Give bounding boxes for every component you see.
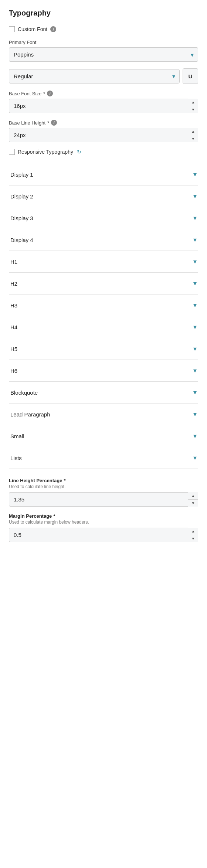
accordion-h3-label: H3 bbox=[10, 302, 17, 309]
margin-percentage-up-button[interactable]: ▲ bbox=[188, 528, 198, 535]
accordion-blockquote-arrow: ▾ bbox=[193, 388, 197, 396]
base-line-height-up-button[interactable]: ▲ bbox=[188, 128, 198, 135]
accordion-display4-label: Display 4 bbox=[10, 237, 33, 243]
accordion-h1: H1 ▾ bbox=[9, 251, 198, 273]
accordion-h6: H6 ▾ bbox=[9, 360, 198, 382]
base-font-size-spinner-btns: ▲ ▼ bbox=[188, 99, 198, 113]
accordion-h1-label: H1 bbox=[10, 259, 17, 265]
accordion-h2-header[interactable]: H2 ▾ bbox=[9, 273, 198, 294]
accordion-lists-label: Lists bbox=[10, 455, 22, 461]
accordion-h5: H5 ▾ bbox=[9, 338, 198, 360]
line-height-percentage-up-button[interactable]: ▲ bbox=[188, 492, 198, 500]
base-font-size-group: Base Font Size * i ▲ ▼ bbox=[9, 91, 198, 113]
base-line-height-spinner: ▲ ▼ bbox=[9, 128, 198, 142]
accordion-display2: Display 2 ▾ bbox=[9, 185, 198, 207]
base-line-height-up-icon: ▲ bbox=[191, 129, 195, 133]
font-style-select[interactable]: Regular Bold Italic Light Medium bbox=[9, 69, 180, 84]
line-height-percentage-up-icon: ▲ bbox=[191, 494, 195, 498]
accordion-lists: Lists ▾ bbox=[9, 447, 198, 469]
custom-font-label: Custom Font bbox=[18, 26, 47, 32]
primary-font-group: Primary Font Poppins Roboto Open Sans La… bbox=[9, 40, 198, 62]
accordion-h1-header[interactable]: H1 ▾ bbox=[9, 251, 198, 272]
margin-percentage-down-button[interactable]: ▼ bbox=[188, 535, 198, 542]
base-line-height-info-icon[interactable]: i bbox=[51, 120, 57, 126]
responsive-typography-checkbox[interactable] bbox=[9, 149, 15, 155]
accordion-h6-label: H6 bbox=[10, 368, 17, 374]
base-line-height-down-button[interactable]: ▼ bbox=[188, 135, 198, 142]
accordion-lead-paragraph-label: Lead Paragraph bbox=[10, 411, 50, 418]
accordion-display2-label: Display 2 bbox=[10, 193, 33, 200]
accordion-display3: Display 3 ▾ bbox=[9, 207, 198, 229]
accordion-h6-header[interactable]: H6 ▾ bbox=[9, 360, 198, 381]
accordion-h6-arrow: ▾ bbox=[193, 367, 197, 375]
primary-font-label: Primary Font bbox=[9, 40, 198, 45]
accordion-display3-arrow: ▾ bbox=[193, 214, 197, 222]
accordion-display4-arrow: ▾ bbox=[193, 236, 197, 244]
responsive-typography-label: Responsive Typography bbox=[18, 149, 73, 155]
line-height-percentage-label: Line Height Percentage * bbox=[9, 478, 198, 483]
accordion-small-arrow: ▾ bbox=[193, 432, 197, 440]
margin-percentage-label: Margin Percentage * bbox=[9, 513, 198, 519]
base-line-height-required: * bbox=[47, 120, 49, 126]
accordion-blockquote-header[interactable]: Blockquote ▾ bbox=[9, 382, 198, 403]
primary-font-select-wrapper: Poppins Roboto Open Sans Lato Montserrat… bbox=[9, 47, 198, 62]
line-height-percentage-group: Line Height Percentage * Used to calcula… bbox=[9, 478, 198, 507]
base-font-size-label: Base Font Size * i bbox=[9, 91, 198, 96]
base-font-size-up-button[interactable]: ▲ bbox=[188, 99, 198, 106]
accordion-small-header[interactable]: Small ▾ bbox=[9, 425, 198, 447]
accordion-h3-arrow: ▾ bbox=[193, 301, 197, 309]
accordion-h3-header[interactable]: H3 ▾ bbox=[9, 295, 198, 316]
bottom-section: Line Height Percentage * Used to calcula… bbox=[9, 478, 198, 542]
base-font-size-down-icon: ▼ bbox=[191, 108, 195, 112]
margin-percentage-spinner: ▲ ▼ bbox=[9, 528, 198, 542]
margin-percentage-down-icon: ▼ bbox=[191, 537, 195, 541]
accordion-lists-header[interactable]: Lists ▾ bbox=[9, 447, 198, 469]
accordion-display2-arrow: ▾ bbox=[193, 192, 197, 200]
base-font-size-spinner: ▲ ▼ bbox=[9, 99, 198, 113]
line-height-percentage-input[interactable] bbox=[9, 492, 198, 507]
line-height-percentage-down-button[interactable]: ▼ bbox=[188, 500, 198, 507]
accordion-h2-label: H2 bbox=[10, 280, 17, 287]
accordion-display4-header[interactable]: Display 4 ▾ bbox=[9, 229, 198, 251]
accordion-lead-paragraph: Lead Paragraph ▾ bbox=[9, 404, 198, 425]
base-line-height-group: Base Line Height * i ▲ ▼ bbox=[9, 120, 198, 142]
custom-font-info-icon[interactable]: i bbox=[50, 26, 56, 32]
base-font-size-input[interactable] bbox=[9, 99, 198, 113]
accordion-h4: H4 ▾ bbox=[9, 316, 198, 338]
accordion-small: Small ▾ bbox=[9, 425, 198, 447]
accordion-h4-label: H4 bbox=[10, 324, 17, 330]
base-font-size-up-icon: ▲ bbox=[191, 100, 195, 104]
accordion-h2-arrow: ▾ bbox=[193, 279, 197, 287]
accordion-h2: H2 ▾ bbox=[9, 273, 198, 295]
base-line-height-down-icon: ▼ bbox=[191, 137, 195, 141]
accordion-lead-paragraph-arrow: ▾ bbox=[193, 410, 197, 418]
line-height-percentage-down-icon: ▼ bbox=[191, 501, 195, 505]
accordion-lists-arrow: ▾ bbox=[193, 454, 197, 462]
margin-percentage-input[interactable] bbox=[9, 528, 198, 542]
responsive-typography-refresh-icon[interactable]: ↻ bbox=[76, 149, 82, 155]
accordion-display1-label: Display 1 bbox=[10, 171, 33, 178]
margin-percentage-up-icon: ▲ bbox=[191, 529, 195, 533]
accordion-blockquote: Blockquote ▾ bbox=[9, 382, 198, 404]
accordion-display1-arrow: ▾ bbox=[193, 170, 197, 178]
accordion-small-label: Small bbox=[10, 433, 24, 439]
line-height-percentage-desc: Used to calculate line height. bbox=[9, 484, 198, 489]
accordion-h4-arrow: ▾ bbox=[193, 323, 197, 331]
custom-font-checkbox[interactable] bbox=[9, 26, 15, 32]
accordion-display1-header[interactable]: Display 1 ▾ bbox=[9, 164, 198, 185]
accordion-h5-header[interactable]: H5 ▾ bbox=[9, 338, 198, 360]
primary-font-select[interactable]: Poppins Roboto Open Sans Lato Montserrat bbox=[9, 47, 198, 62]
typography-panel: Typography Custom Font i Primary Font Po… bbox=[0, 0, 207, 564]
custom-font-row: Custom Font i bbox=[9, 26, 198, 32]
accordion-blockquote-label: Blockquote bbox=[10, 389, 38, 396]
margin-percentage-spinner-btns: ▲ ▼ bbox=[188, 528, 198, 542]
accordion-lead-paragraph-header[interactable]: Lead Paragraph ▾ bbox=[9, 404, 198, 425]
underline-button[interactable]: U bbox=[183, 68, 198, 84]
base-line-height-input[interactable] bbox=[9, 128, 198, 142]
accordion-display1: Display 1 ▾ bbox=[9, 164, 198, 185]
accordion-display3-header[interactable]: Display 3 ▾ bbox=[9, 207, 198, 229]
accordion-display2-header[interactable]: Display 2 ▾ bbox=[9, 185, 198, 207]
accordion-h4-header[interactable]: H4 ▾ bbox=[9, 316, 198, 338]
base-font-size-down-button[interactable]: ▼ bbox=[188, 106, 198, 113]
base-font-size-info-icon[interactable]: i bbox=[47, 91, 53, 96]
